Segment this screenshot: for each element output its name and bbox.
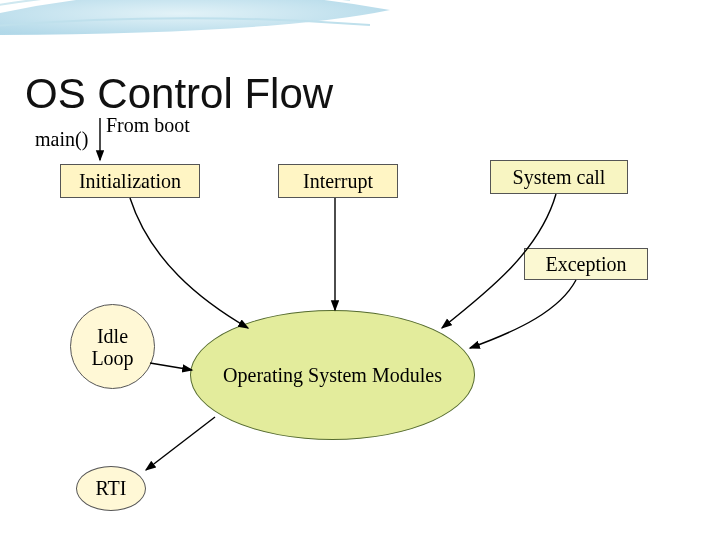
initialization-box: Initialization (60, 164, 200, 198)
from-boot-label: From boot (106, 114, 190, 137)
exception-box: Exception (524, 248, 648, 280)
main-label: main() (35, 128, 88, 151)
svg-line-3 (146, 417, 215, 470)
system-call-box: System call (490, 160, 628, 194)
idle-loop-circle: Idle Loop (70, 304, 155, 389)
os-modules-ellipse: Operating System Modules (190, 310, 475, 440)
interrupt-box: Interrupt (278, 164, 398, 198)
rti-circle: RTI (76, 466, 146, 511)
slide-decoration (0, 0, 720, 60)
slide-title: OS Control Flow (25, 70, 333, 118)
svg-line-2 (150, 363, 192, 370)
